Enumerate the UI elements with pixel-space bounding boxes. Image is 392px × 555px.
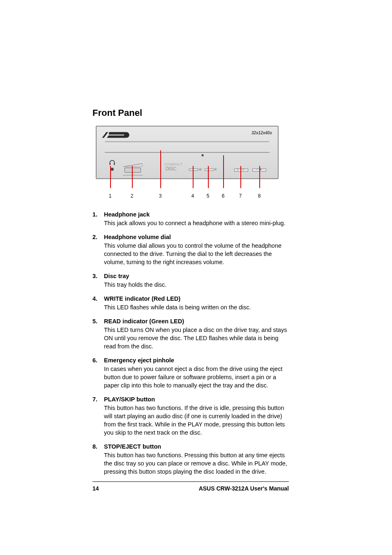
- drive-front-bezel: 32x12x40x COMPACT DISC: [96, 126, 279, 179]
- feature-list: 1. Headphone jack This jack allows you t…: [92, 210, 289, 476]
- volume-wedge-icon: [123, 161, 143, 164]
- callout-2: 2: [131, 193, 134, 199]
- callout-1: 1: [109, 193, 112, 199]
- page-footer: 14 ASUS CRW-3212A User's Manual: [92, 485, 289, 492]
- read-led-label: R: [214, 168, 217, 171]
- list-item: 7. PLAY/SKIP button This button has two …: [92, 395, 289, 437]
- write-led-icon: [189, 168, 198, 171]
- volume-dial-icon: [125, 168, 141, 173]
- list-item: 5. READ indicator (Green LED) This LED t…: [92, 317, 289, 350]
- svg-marker-0: [102, 132, 108, 138]
- svg-rect-1: [110, 163, 111, 165]
- list-item: 6. Emergency eject pinhole In cases when…: [92, 356, 289, 389]
- svg-marker-3: [123, 164, 143, 167]
- callout-8: 8: [258, 193, 261, 199]
- section-heading: Front Panel: [92, 108, 289, 118]
- footer-rule: [92, 481, 289, 482]
- list-item: 1. Headphone jack This jack allows you t…: [92, 210, 289, 227]
- read-led-icon: [205, 168, 214, 171]
- callout-3: 3: [159, 193, 162, 199]
- eject-pinhole-icon: [202, 154, 203, 156]
- callout-7: 7: [239, 193, 242, 199]
- page: Front Panel 32x12x40x: [92, 108, 289, 492]
- play-skip-glyph-icon: ▷ ▷▷: [234, 168, 248, 170]
- list-item: 2. Headphone volume dial This volume dia…: [92, 233, 289, 266]
- headphone-icon: [109, 159, 115, 166]
- callout-5: 5: [207, 193, 210, 199]
- page-number: 14: [92, 485, 99, 492]
- asus-logo-icon: [101, 131, 130, 139]
- top-row: 32x12x40x: [101, 131, 273, 140]
- list-item: 4. WRITE indicator (Red LED) This LED fl…: [92, 295, 289, 311]
- write-led-label: W: [199, 168, 202, 171]
- svg-rect-2: [114, 163, 115, 165]
- manual-title: ASUS CRW-3212A User's Manual: [199, 485, 289, 492]
- callout-6: 6: [222, 193, 225, 199]
- disc-tray-icon: [105, 140, 270, 142]
- callout-4: 4: [191, 193, 194, 199]
- callout-numbers: 1 2 3 4 5 6 7 8: [96, 179, 279, 199]
- speed-label: 32x12x40x: [251, 131, 272, 135]
- list-item: 3. Disc tray This tray holds the disc.: [92, 272, 289, 289]
- compact-disc-logo-icon: COMPACT DISC: [164, 163, 178, 173]
- list-item: 8. STOP/EJECT button This button has two…: [92, 442, 289, 476]
- headphone-jack-icon: [111, 168, 114, 171]
- front-panel-diagram: 32x12x40x COMPACT DISC: [96, 126, 279, 199]
